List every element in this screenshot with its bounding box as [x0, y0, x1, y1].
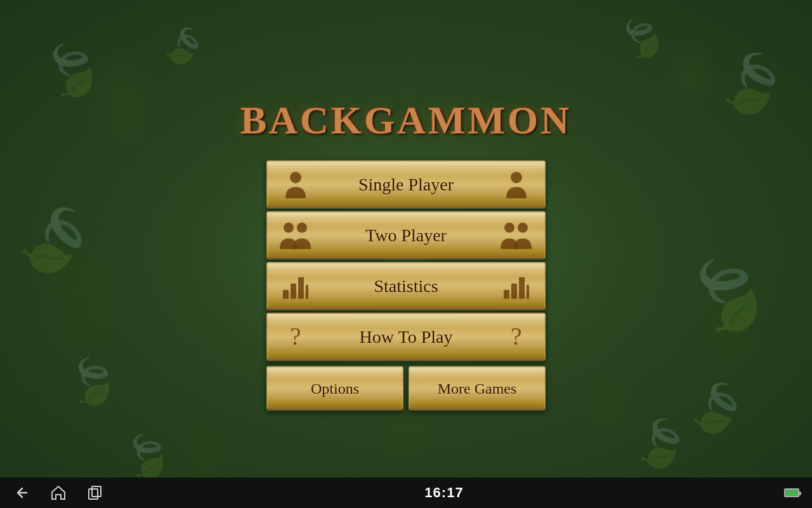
svg-rect-12	[519, 277, 525, 299]
battery-icon	[784, 488, 799, 497]
svg-rect-16	[89, 489, 98, 499]
home-icon[interactable]	[49, 484, 67, 502]
single-player-right-icon	[501, 169, 532, 201]
bottom-buttons-row: Options More Games	[266, 366, 546, 411]
more-games-label: More Games	[438, 380, 517, 397]
svg-point-1	[511, 172, 522, 184]
svg-text:?: ?	[290, 323, 301, 351]
menu-container: BACKGAMMON Single Player Two Pl	[266, 98, 546, 411]
how-to-play-button[interactable]: ? How To Play ?	[266, 313, 546, 361]
statistics-button[interactable]: Statistics	[266, 262, 546, 311]
leaf-decoration: 🍃	[629, 412, 694, 475]
svg-point-0	[290, 172, 301, 184]
two-player-left-icon	[280, 220, 311, 251]
game-title: BACKGAMMON	[240, 98, 572, 143]
two-player-label: Two Player	[311, 225, 501, 246]
clock: 16:17	[424, 485, 463, 501]
svg-point-5	[518, 223, 528, 233]
statistics-right-icon	[501, 271, 532, 302]
svg-point-2	[284, 223, 294, 233]
single-player-button[interactable]: Single Player	[266, 161, 546, 209]
recent-apps-icon[interactable]	[86, 484, 104, 502]
svg-rect-17	[92, 486, 101, 497]
how-to-play-left-icon: ?	[280, 321, 311, 353]
how-to-play-right-icon: ?	[501, 321, 532, 353]
two-player-right-icon	[501, 220, 532, 251]
svg-rect-10	[504, 290, 509, 299]
statistics-label: Statistics	[311, 276, 501, 297]
options-button[interactable]: Options	[266, 366, 403, 411]
two-player-button[interactable]: Two Player	[266, 211, 546, 260]
options-label: Options	[311, 380, 359, 397]
svg-text:?: ?	[511, 323, 522, 351]
svg-rect-9	[306, 285, 308, 299]
single-player-left-icon	[280, 169, 311, 201]
back-icon[interactable]	[13, 484, 30, 502]
more-games-button[interactable]: More Games	[409, 366, 546, 411]
nav-icons	[13, 484, 104, 502]
how-to-play-label: How To Play	[311, 327, 501, 347]
status-bar: 16:17	[0, 478, 812, 508]
statistics-left-icon	[280, 271, 311, 302]
svg-rect-6	[283, 290, 289, 299]
svg-rect-7	[291, 284, 296, 299]
svg-point-4	[504, 223, 514, 233]
svg-rect-8	[298, 277, 304, 299]
battery-area	[784, 488, 799, 497]
leaf-decoration: 🍃	[61, 351, 124, 412]
svg-point-3	[297, 223, 307, 233]
svg-rect-13	[527, 285, 529, 299]
single-player-label: Single Player	[311, 175, 501, 195]
svg-rect-11	[511, 284, 517, 299]
